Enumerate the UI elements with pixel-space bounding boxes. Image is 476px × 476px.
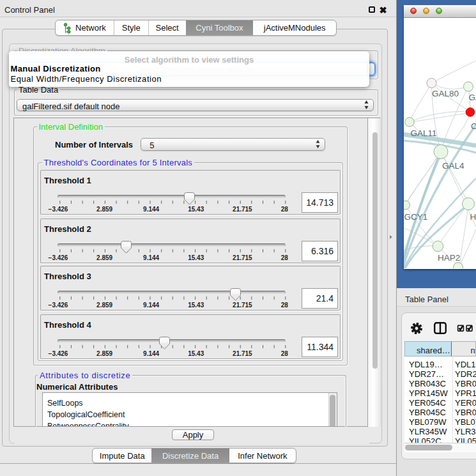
svg-text:HAP2: HAP2 bbox=[438, 253, 460, 263]
svg-text:H: H bbox=[470, 212, 476, 222]
svg-text:GCY1: GCY1 bbox=[404, 212, 428, 222]
svg-text:GAL11: GAL11 bbox=[411, 128, 437, 138]
svg-text:GA: GA bbox=[469, 93, 476, 102]
svg-text:GAL4: GAL4 bbox=[442, 161, 464, 171]
svg-text:C: C bbox=[471, 121, 476, 131]
svg-text:GAL80: GAL80 bbox=[432, 89, 459, 98]
